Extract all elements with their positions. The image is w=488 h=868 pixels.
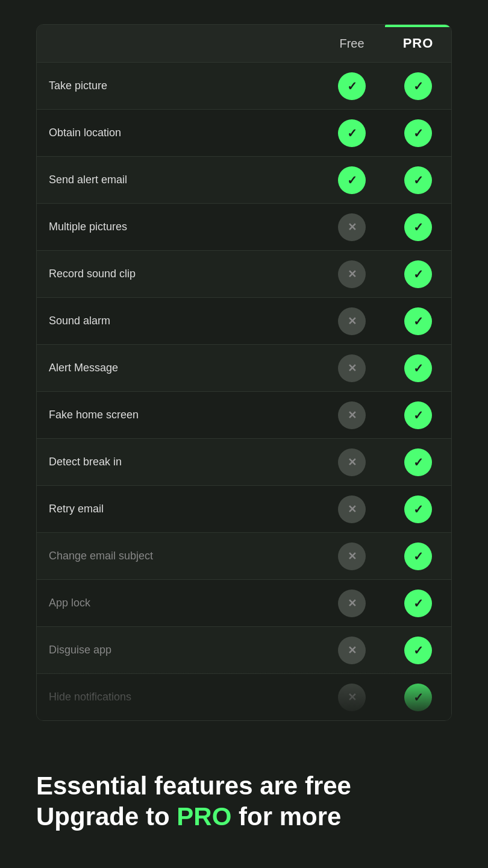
pro-check-icon: ✓ (404, 119, 432, 147)
table-row: Change email subject ✕ ✓ (37, 532, 451, 579)
feature-name: Sound alarm (37, 304, 319, 338)
feature-name: Take picture (37, 69, 319, 103)
free-status: ✕ (319, 489, 385, 529)
free-status: ✓ (319, 160, 385, 200)
pro-label: PRO (403, 36, 434, 51)
pro-check-icon: ✓ (404, 590, 432, 617)
feature-name: Retry email (37, 492, 319, 526)
feature-name: Alert Message (37, 351, 319, 385)
table-row: Hide notifications ✕ ✓ (37, 673, 451, 720)
pro-status: ✓ (385, 631, 451, 670)
bottom-line2-pro: PRO (177, 802, 231, 831)
pro-status: ✓ (385, 442, 451, 482)
pro-status: ✓ (385, 160, 451, 200)
bottom-line2: Upgrade to PRO for more (36, 802, 452, 832)
pro-check-icon: ✓ (404, 166, 432, 194)
feature-name: Fake home screen (37, 398, 319, 432)
pro-status: ✓ (385, 207, 451, 247)
pro-check-icon: ✓ (404, 213, 432, 241)
table-row: App lock ✕ ✓ (37, 579, 451, 626)
feature-name: Send alert email (37, 163, 319, 197)
bottom-line1: Essential features are free (36, 771, 452, 801)
free-status: ✕ (319, 678, 385, 717)
free-status: ✕ (319, 301, 385, 341)
free-status: ✕ (319, 536, 385, 576)
pro-check-icon: ✓ (404, 307, 432, 335)
header-free-col: Free (319, 25, 385, 62)
bottom-line2-post: for more (231, 802, 341, 831)
table-row: Take picture ✓ ✓ (37, 62, 451, 109)
free-status: ✕ (319, 583, 385, 623)
pro-status: ✓ (385, 348, 451, 388)
free-status: ✕ (319, 254, 385, 294)
feature-name: Record sound clip (37, 257, 319, 291)
feature-name: Change email subject (37, 539, 319, 573)
header-feature-col (37, 25, 319, 62)
feature-name: App lock (37, 586, 319, 620)
free-x-icon: ✕ (338, 354, 366, 382)
free-x-icon: ✕ (338, 307, 366, 335)
free-x-icon: ✕ (338, 590, 366, 617)
free-status: ✕ (319, 207, 385, 247)
free-x-icon: ✕ (338, 448, 366, 476)
feature-name: Detect break in (37, 445, 319, 479)
feature-name: Hide notifications (37, 680, 319, 714)
feature-name: Multiple pictures (37, 210, 319, 244)
free-x-icon: ✕ (338, 542, 366, 570)
free-check-icon: ✓ (338, 119, 366, 147)
free-status: ✕ (319, 395, 385, 435)
pro-status: ✓ (385, 395, 451, 435)
pro-status: ✓ (385, 66, 451, 106)
table-row: Detect break in ✕ ✓ (37, 438, 451, 485)
pro-status: ✓ (385, 678, 451, 717)
free-label: Free (339, 37, 364, 51)
free-x-icon: ✕ (338, 213, 366, 241)
pro-check-icon: ✓ (404, 542, 432, 570)
free-status: ✕ (319, 348, 385, 388)
table-body: Take picture ✓ ✓ Obtain location ✓ ✓ Sen… (37, 62, 451, 720)
bottom-section: Essential features are free Upgrade to P… (0, 747, 488, 868)
bottom-line2-pre: Upgrade to (36, 802, 177, 831)
free-status: ✓ (319, 66, 385, 106)
free-x-icon: ✕ (338, 401, 366, 429)
pro-check-icon: ✓ (404, 495, 432, 523)
table-row: Sound alarm ✕ ✓ (37, 297, 451, 344)
table-row: Fake home screen ✕ ✓ (37, 391, 451, 438)
pro-status: ✓ (385, 301, 451, 341)
pro-check-icon: ✓ (404, 448, 432, 476)
free-x-icon: ✕ (338, 637, 366, 664)
table-row: Record sound clip ✕ ✓ (37, 250, 451, 297)
pro-check-icon: ✓ (404, 401, 432, 429)
pro-check-icon: ✓ (404, 637, 432, 664)
free-status: ✓ (319, 113, 385, 153)
free-status: ✕ (319, 442, 385, 482)
table-header: Free PRO (37, 25, 451, 62)
pro-check-icon: ✓ (404, 260, 432, 288)
table-row: Obtain location ✓ ✓ (37, 109, 451, 156)
feature-name: Disguise app (37, 633, 319, 667)
free-check-icon: ✓ (338, 72, 366, 100)
table-row: Alert Message ✕ ✓ (37, 344, 451, 391)
pro-status: ✓ (385, 113, 451, 153)
pro-check-icon: ✓ (404, 72, 432, 100)
feature-name: Obtain location (37, 116, 319, 150)
pro-status: ✓ (385, 583, 451, 623)
feature-table: Free PRO Take picture ✓ ✓ Obtain locatio… (36, 24, 452, 721)
free-x-icon: ✕ (338, 260, 366, 288)
free-x-icon: ✕ (338, 495, 366, 523)
table-row: Retry email ✕ ✓ (37, 485, 451, 532)
header-pro-col: PRO (385, 25, 451, 62)
comparison-section: Free PRO Take picture ✓ ✓ Obtain locatio… (0, 0, 488, 747)
free-status: ✕ (319, 631, 385, 670)
table-row: Multiple pictures ✕ ✓ (37, 203, 451, 250)
free-check-icon: ✓ (338, 166, 366, 194)
table-row: Disguise app ✕ ✓ (37, 626, 451, 673)
pro-check-icon: ✓ (404, 354, 432, 382)
pro-status: ✓ (385, 536, 451, 576)
pro-status: ✓ (385, 254, 451, 294)
pro-status: ✓ (385, 489, 451, 529)
pro-top-bar (385, 25, 451, 27)
free-x-icon: ✕ (338, 684, 366, 711)
pro-check-icon: ✓ (404, 684, 432, 711)
table-row: Send alert email ✓ ✓ (37, 156, 451, 203)
